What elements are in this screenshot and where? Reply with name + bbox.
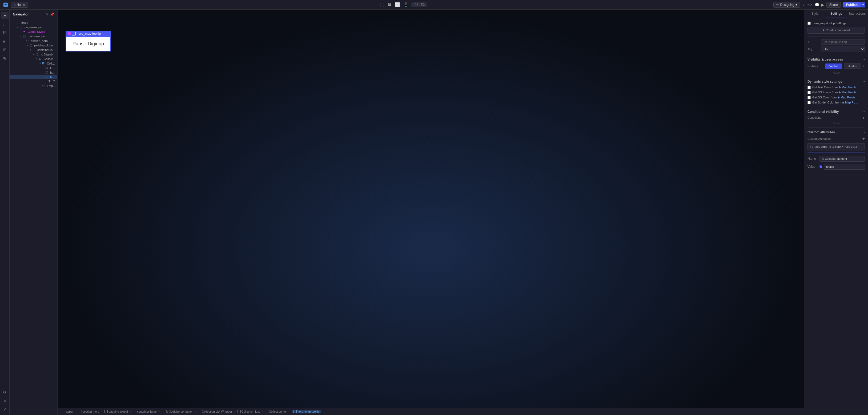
sidebar-item-pages[interactable]: ⬚ bbox=[1, 20, 8, 28]
tree-item-body[interactable]: ⬚ Body bbox=[9, 20, 57, 25]
attr-name-label: Name bbox=[807, 157, 819, 160]
tree-item-container-large[interactable]: ▾ ⬚ container-large bbox=[9, 48, 57, 52]
sidebar-item-navigator[interactable]: ≡ bbox=[1, 12, 8, 19]
visibility-label: Visibility bbox=[807, 64, 824, 68]
dynamic-style-section-header[interactable]: Dynamic style settings ▾ bbox=[807, 80, 865, 84]
tree-item-collection-item[interactable]: ▾ ⊟ Collection I… bbox=[9, 61, 57, 66]
publish-button-group: Publish ▾ bbox=[843, 2, 865, 7]
attr-name-input[interactable] bbox=[819, 156, 865, 161]
breadcrumb-icon bbox=[62, 410, 65, 413]
topbar-right-actions: ✏ Designing ▾ ✓ </> 💬 ▶ Share Publish ▾ bbox=[773, 2, 865, 8]
preview-check-button[interactable]: ✓ bbox=[802, 3, 805, 7]
tree-item-collection-list[interactable]: ▾ ⊞ Collection Lis… bbox=[9, 57, 57, 61]
tree-item-global-styles[interactable]: ✦ Global Styles bbox=[9, 29, 57, 34]
right-panel-body: hero_map-tooltip Settings ✦ Create compo… bbox=[804, 19, 868, 415]
element-name-checkbox[interactable] bbox=[807, 22, 811, 25]
more-options-button[interactable]: ··· bbox=[374, 2, 378, 7]
attr-value-input[interactable] bbox=[824, 164, 865, 170]
navigator-pin-button[interactable]: 📌 bbox=[50, 12, 54, 16]
tree-item-page-wrapper[interactable]: ▾ ⬚ page-wrapper bbox=[9, 25, 57, 29]
breadcrumb-sep: › bbox=[101, 410, 103, 413]
sidebar-item-apps[interactable] bbox=[1, 54, 8, 62]
breadcrumb-icon bbox=[79, 410, 82, 413]
canvas-content[interactable]: hero_map-tooltip Paris - Digidop bbox=[58, 9, 804, 408]
tab-style[interactable]: Style bbox=[804, 9, 826, 18]
tree-item-hero-map-tooltip[interactable]: ⬚ hero_m… bbox=[9, 75, 57, 79]
tree-item-empty-state[interactable]: ⬚ Empty Sta… bbox=[9, 84, 57, 88]
navigator-title: Navigator bbox=[13, 12, 29, 16]
breadcrumb-apper[interactable]: apper bbox=[61, 410, 74, 413]
designing-mode-button[interactable]: ✏ Designing ▾ bbox=[773, 2, 800, 8]
tree-item-section-hero[interactable]: ⬚ section_hero bbox=[9, 38, 57, 43]
sidebar-item-search[interactable]: ⌕ bbox=[1, 397, 8, 404]
custom-attributes-label: Custom attributes bbox=[807, 130, 835, 134]
conditional-visibility-header[interactable]: Conditional visibility ▾ bbox=[807, 110, 865, 114]
collection-icon: ⊞ bbox=[39, 57, 43, 61]
breadcrumb-icon bbox=[198, 410, 201, 413]
tree-item-padding-global[interactable]: ▾ ⬚ padding-global bbox=[9, 43, 57, 48]
breadcrumb-collection-list-wrapper[interactable]: Collection List Wrapper bbox=[197, 410, 233, 413]
custom-attributes-row: Custom Attributes + bbox=[807, 136, 865, 141]
canvas-tooltip-box: Paris - Digidop bbox=[66, 36, 111, 52]
canvas-area: hero_map-tooltip Paris - Digidop apper ›… bbox=[58, 9, 804, 415]
home-button[interactable]: ⌂ Home bbox=[11, 2, 28, 8]
dyn-bg-color-checkbox[interactable] bbox=[807, 96, 811, 99]
breadcrumb-padding-global[interactable]: padding-global bbox=[103, 410, 129, 413]
sidebar-item-assets[interactable]: ◱ bbox=[1, 37, 8, 45]
publish-dropdown-button[interactable]: ▾ bbox=[861, 2, 865, 7]
fullscreen-icon[interactable]: ⛶ bbox=[380, 2, 384, 7]
designing-label: Designing bbox=[780, 3, 794, 7]
tree-arrow: ▾ bbox=[36, 58, 39, 60]
attr-name-row: Name bbox=[807, 156, 865, 161]
tag-select[interactable]: Div bbox=[821, 46, 865, 52]
tree-item-fs-3dglobe[interactable]: ▾ ⬚ fs-3dglobe-cor… bbox=[9, 52, 57, 57]
add-condition-button[interactable]: + bbox=[862, 116, 865, 121]
breadcrumb-icon bbox=[104, 410, 108, 413]
navigator-close-button[interactable]: ✕ bbox=[46, 12, 49, 16]
share-button[interactable]: Share bbox=[827, 2, 841, 8]
id-field-input[interactable] bbox=[821, 39, 865, 45]
svg-point-4 bbox=[5, 57, 6, 58]
breadcrumb-fs-3dglobe-container[interactable]: fs-3dglobe-container bbox=[161, 410, 193, 413]
comment-button[interactable]: 💬 bbox=[815, 3, 819, 7]
mobile-icon[interactable]: 📱 bbox=[403, 2, 409, 7]
breadcrumb-collection-list[interactable]: Collection List bbox=[237, 410, 261, 413]
tree-item-collectio[interactable]: ⊟ Collectio… bbox=[9, 66, 57, 70]
dyn-bg-image-checkbox[interactable] bbox=[807, 91, 811, 94]
tab-settings[interactable]: Settings bbox=[826, 9, 847, 18]
add-custom-attr-button[interactable]: + bbox=[862, 136, 865, 141]
breadcrumb-collection-item[interactable]: Collection Item bbox=[264, 410, 289, 413]
breadcrumb-hero-map-tooltip[interactable]: hero_map-tooltip bbox=[292, 410, 321, 413]
tablet-icon[interactable]: ⬜ bbox=[395, 2, 400, 7]
visibility-section-header[interactable]: Visibility & user access ▾ bbox=[807, 58, 865, 61]
element-settings-row: hero_map-tooltip Settings bbox=[807, 22, 865, 25]
visibility-section-label: Visibility & user access bbox=[807, 58, 843, 61]
visibility-add-button[interactable]: + bbox=[863, 64, 865, 68]
sidebar-item-help[interactable]: ? bbox=[1, 406, 8, 413]
dyn-border-color-checkbox[interactable] bbox=[807, 101, 811, 104]
publish-button[interactable]: Publish bbox=[843, 2, 861, 7]
play-button[interactable]: ▶ bbox=[822, 3, 824, 7]
create-component-button[interactable]: ✦ Create component bbox=[807, 27, 865, 34]
hidden-button[interactable]: Hidden bbox=[844, 63, 861, 69]
tree-item-main-wrapper[interactable]: ▾ ⬚ main-wrapper bbox=[9, 34, 57, 38]
attr-value-row: Value bbox=[807, 164, 865, 170]
sidebar-item-cms[interactable] bbox=[1, 29, 8, 36]
breadcrumb-sep: › bbox=[234, 410, 236, 413]
sidebar-item-components[interactable]: ⊞ bbox=[1, 46, 8, 53]
tree-item-hero-r[interactable]: ⬚ hero_r… bbox=[9, 70, 57, 75]
breadcrumb-sep: › bbox=[195, 410, 196, 413]
sidebar-item-settings[interactable]: ⚙ bbox=[1, 388, 8, 396]
conditional-visibility-body: Conditions: + None bbox=[807, 116, 865, 125]
home-label: Home bbox=[17, 3, 25, 7]
breadcrumb-section-hero[interactable]: section_hero bbox=[78, 410, 100, 413]
code-view-button[interactable]: </> bbox=[807, 3, 812, 7]
element-dot bbox=[68, 32, 71, 35]
visible-button[interactable]: Visible bbox=[825, 63, 842, 69]
custom-attributes-header[interactable]: Custom attributes ▾ bbox=[807, 130, 865, 134]
breadcrumb-container-large[interactable]: container-large bbox=[132, 410, 158, 413]
desktop-icon[interactable]: 🖥 bbox=[388, 2, 392, 7]
dyn-text-color-checkbox[interactable] bbox=[807, 86, 811, 89]
tree-item-text[interactable]: T Text bbox=[9, 79, 57, 84]
tab-interactions[interactable]: Interactions bbox=[847, 9, 868, 18]
